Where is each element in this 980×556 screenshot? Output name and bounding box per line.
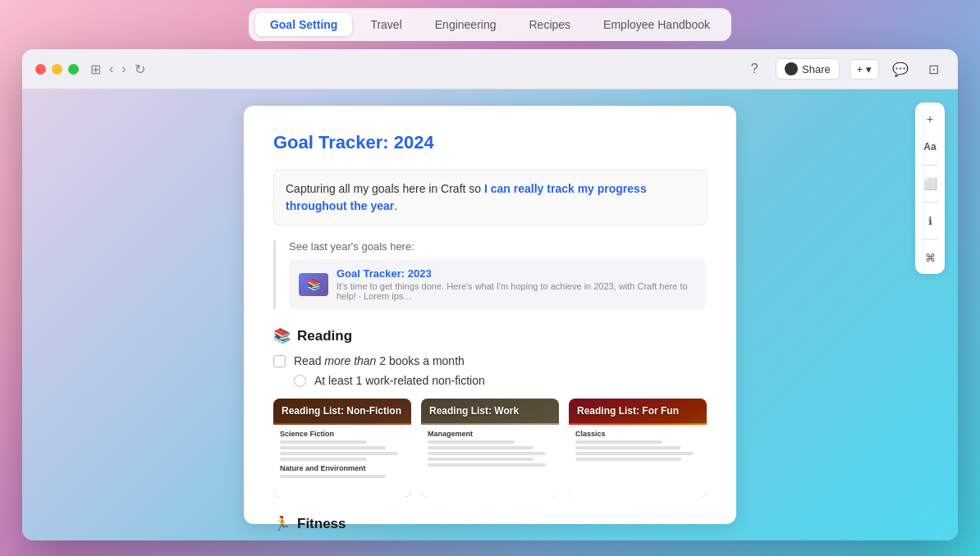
right-toolbar: + Aa ⬜ ℹ ⌘ — [915, 103, 945, 274]
add-block-icon[interactable]: + — [920, 109, 940, 129]
reading-item-2-text: At least 1 work-related non-fiction — [314, 374, 485, 387]
linked-card[interactable]: 📚 Goal Tracker: 2023 It's time to get th… — [289, 259, 707, 309]
linked-card-thumbnail: 📚 — [299, 273, 328, 296]
layout-icon[interactable]: ⊡ — [922, 57, 945, 80]
back-icon[interactable]: ‹ — [109, 62, 113, 76]
reading-cards: Reading List: Non-Fiction Science Fictio… — [273, 399, 707, 497]
toolbar-divider-2 — [922, 202, 938, 203]
browser-content: Goal Tracker: 2024 Capturing all my goal… — [22, 89, 958, 540]
toolbar-divider-3 — [922, 239, 938, 239]
quote-label: See last year's goals here: — [289, 240, 707, 253]
document-title: Goal Tracker: 2024 — [273, 132, 707, 153]
browser-window: ⊞ ‹ › ↻ ? Share + ▾ 💬 ⊡ G — [22, 49, 958, 540]
section-header-reading: 📚 Reading — [273, 327, 707, 344]
tab-employee-handbook[interactable]: Employee Handbook — [588, 13, 725, 36]
checkbox-1[interactable] — [273, 355, 286, 367]
document: Goal Tracker: 2024 Capturing all my goal… — [244, 106, 736, 524]
work-card-title: Reading List: Work — [429, 405, 551, 417]
share-label: Share — [802, 63, 831, 75]
minimize-button[interactable] — [52, 64, 62, 75]
nonfiction-card-content: Science Fiction Nature and Environment — [273, 425, 411, 497]
command-icon[interactable]: ⌘ — [920, 248, 940, 267]
reading-card-fun[interactable]: Reading List: For Fun Classics — [569, 399, 707, 497]
intro-text: Capturing all my goals here in Craft so … — [273, 170, 707, 226]
info-icon[interactable]: ℹ — [920, 211, 940, 230]
linked-card-title: Goal Tracker: 2023 — [337, 267, 697, 280]
forward-icon[interactable]: › — [121, 62, 126, 76]
tab-recipes[interactable]: Recipes — [515, 13, 586, 36]
share-icon — [785, 62, 798, 75]
reading-title: Reading — [297, 328, 352, 344]
browser-right: ? Share + ▾ 💬 ⊡ — [743, 57, 945, 80]
quote-block: See last year's goals here: 📚 Goal Track… — [273, 240, 707, 309]
tab-travel[interactable]: Travel — [355, 13, 416, 36]
document-area: Goal Tracker: 2024 Capturing all my goal… — [22, 89, 958, 540]
font-icon[interactable]: Aa — [920, 137, 940, 157]
plus-label: + ▾ — [857, 63, 872, 75]
tab-bar: Goal Setting Travel Engineering Recipes … — [249, 8, 731, 41]
close-button[interactable] — [35, 64, 46, 75]
work-card-content: Management — [421, 425, 559, 497]
reading-card-work[interactable]: Reading List: Work Management — [421, 399, 559, 497]
browser-chrome: ⊞ ‹ › ↻ ? Share + ▾ 💬 ⊡ — [22, 49, 958, 89]
sidebar-toggle-icon[interactable]: ⊞ — [90, 62, 101, 77]
section-header-fitness: 🏃 Fitness — [273, 515, 707, 532]
traffic-lights — [35, 64, 79, 75]
nonfiction-card-title: Reading List: Non-Fiction — [282, 405, 403, 417]
reading-card-nonfiction[interactable]: Reading List: Non-Fiction Science Fictio… — [273, 399, 411, 497]
reading-item-1: Read more than 2 books a month — [273, 354, 707, 367]
work-overlay: Reading List: Work — [421, 399, 559, 423]
fitness-emoji: 🏃 — [273, 515, 291, 532]
linked-title-year: 2023 — [408, 267, 432, 280]
title-prefix: Goal Tracker: — [273, 132, 394, 153]
fun-card-content: Classics — [569, 425, 707, 497]
add-button[interactable]: + ▾ — [849, 59, 879, 80]
fun-card-title: Reading List: For Fun — [577, 405, 698, 417]
browser-chrome-left: ⊞ ‹ › ↻ — [35, 62, 145, 77]
image-icon[interactable]: ⬜ — [920, 174, 940, 194]
share-button[interactable]: Share — [776, 58, 840, 80]
intro-plain: Capturing all my goals here in Craft so — [286, 182, 484, 195]
browser-controls: ⊞ ‹ › ↻ — [90, 62, 145, 77]
maximize-button[interactable] — [68, 64, 79, 75]
intro-suffix: . — [394, 199, 397, 212]
reading-item-2: At least 1 work-related non-fiction — [294, 374, 707, 387]
linked-card-info: Goal Tracker: 2023 It's time to get thin… — [337, 267, 697, 301]
chat-icon[interactable]: 💬 — [889, 57, 912, 80]
tab-engineering[interactable]: Engineering — [420, 13, 511, 36]
linked-card-desc: It's time to get things done. Here's wha… — [337, 281, 697, 301]
help-icon[interactable]: ? — [743, 57, 766, 80]
reading-emoji: 📚 — [273, 327, 291, 344]
linked-title-prefix: Goal Tracker: — [337, 267, 408, 280]
refresh-icon[interactable]: ↻ — [135, 62, 145, 77]
fun-overlay: Reading List: For Fun — [569, 399, 707, 423]
reading-item-1-text: Read more than 2 books a month — [294, 354, 465, 367]
radio-1[interactable] — [294, 375, 306, 387]
title-year: 2024 — [394, 132, 434, 153]
toolbar-divider-1 — [922, 165, 938, 166]
fitness-title: Fitness — [297, 516, 346, 532]
nonfiction-overlay: Reading List: Non-Fiction — [273, 399, 411, 423]
tab-goal-setting[interactable]: Goal Setting — [255, 13, 352, 36]
